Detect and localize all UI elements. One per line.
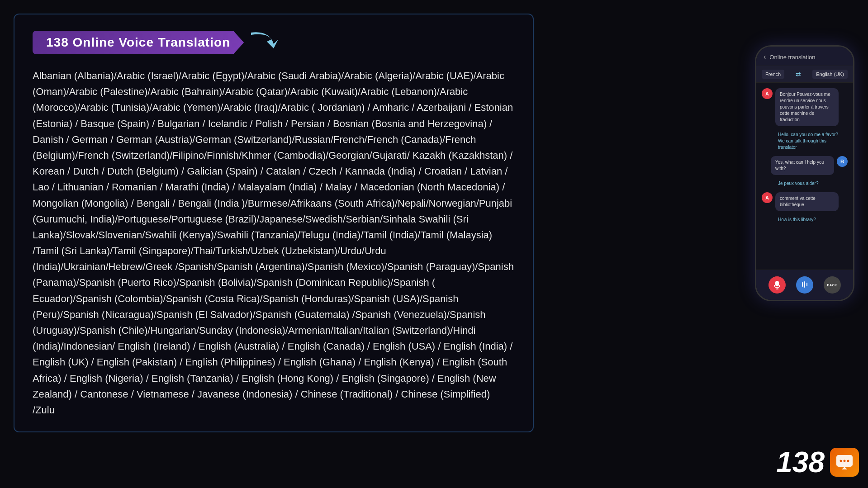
back-button[interactable]: BACK xyxy=(824,276,841,294)
languages-text: Albanian (Albania)/Arabic (Israel)/Arabi… xyxy=(33,68,515,418)
svg-point-7 xyxy=(840,460,842,462)
translation-row-1: Hello, can you do me a favor? We can tal… xyxy=(762,131,848,152)
phone-bottom: BACK xyxy=(756,270,853,300)
mic-a-button[interactable] xyxy=(768,276,786,294)
phone-mockup: ‹ Online translation French ⇄ English (U… xyxy=(755,45,854,301)
svg-rect-4 xyxy=(804,281,805,288)
title-badge: 138 Online Voice Translation xyxy=(33,31,244,54)
message-row-2: B Yes, what can I help you with? xyxy=(762,156,848,175)
lang-swap-icon[interactable]: ⇄ xyxy=(796,71,801,78)
translation-3: How is this library? xyxy=(778,216,816,224)
title-wrapper: 138 Online Voice Translation xyxy=(33,28,515,57)
logo-badge xyxy=(830,448,859,477)
translation-1: Hello, can you do me a favor? We can tal… xyxy=(778,131,841,152)
phone-screen: ‹ Online translation French ⇄ English (U… xyxy=(756,47,853,300)
lang-from-button[interactable]: French xyxy=(762,70,784,79)
phone-header: ‹ Online translation xyxy=(756,47,853,66)
bubble-3: comment va cette bibliothèque xyxy=(775,192,839,211)
svg-rect-3 xyxy=(802,282,803,287)
svg-point-8 xyxy=(844,460,846,462)
mic-b-button[interactable] xyxy=(796,276,813,294)
phone-header-title: Online translation xyxy=(769,54,846,61)
message-row-3: A comment va cette bibliothèque xyxy=(762,192,848,211)
bottom-right: 138 xyxy=(776,445,859,479)
left-panel: 138 Online Voice Translation Albanian (A… xyxy=(14,14,534,432)
lang-selector: French ⇄ English (UK) xyxy=(756,66,853,83)
phone-container: ‹ Online translation French ⇄ English (U… xyxy=(755,45,854,301)
back-icon[interactable]: ‹ xyxy=(764,53,766,61)
svg-rect-0 xyxy=(775,281,779,286)
message-row-1: A Bonjour Pouvez-vous me rendre un servi… xyxy=(762,88,848,126)
bubble-1: Bonjour Pouvez-vous me rendre un service… xyxy=(775,88,839,126)
avatar-a-1: A xyxy=(762,88,773,99)
lang-to-button[interactable]: English (UK) xyxy=(812,70,848,79)
translation-row-2: Je peux vous aider? xyxy=(762,180,848,188)
svg-point-9 xyxy=(847,460,849,462)
number-badge: 138 xyxy=(776,445,825,479)
svg-rect-5 xyxy=(806,283,807,286)
translation-2: Je peux vous aider? xyxy=(778,180,819,188)
avatar-a-2: A xyxy=(762,192,773,203)
bubble-2: Yes, what can I help you with? xyxy=(771,156,834,175)
arrow-icon xyxy=(247,28,283,57)
translation-row-3: How is this library? xyxy=(762,216,848,224)
avatar-b-1: B xyxy=(837,156,848,167)
chat-area: A Bonjour Pouvez-vous me rendre un servi… xyxy=(756,83,853,270)
